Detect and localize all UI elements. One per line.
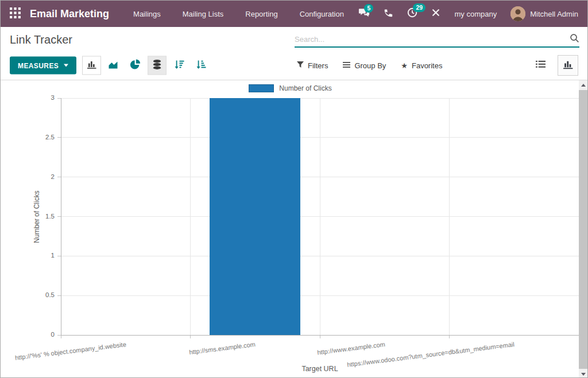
scrollbar-thumb[interactable]	[579, 90, 587, 369]
scroll-down-arrow[interactable]	[579, 369, 587, 378]
sort-amount-asc-icon	[196, 60, 206, 71]
measures-button[interactable]: MEASURES	[10, 57, 76, 75]
filters-menu[interactable]: Filters	[297, 61, 328, 70]
graph-toolbar: MEASURES	[10, 56, 210, 75]
company-switcher[interactable]: my company	[454, 10, 497, 18]
search-icon[interactable]	[570, 33, 579, 45]
bar-chart-icon	[87, 60, 97, 72]
bar[interactable]	[210, 98, 300, 335]
gridline-v	[190, 98, 191, 335]
x-axis-line	[61, 335, 579, 336]
bar-chart: Number of Clicks Number of Clicks Target…	[1, 80, 580, 378]
scroll-up-arrow[interactable]	[579, 80, 587, 89]
user-name: Mitchell Admin	[530, 10, 578, 18]
stacked-toggle-button[interactable]	[148, 56, 167, 75]
apps-grid-icon	[10, 7, 21, 21]
y-tick-label: 2	[1, 173, 55, 180]
group-by-menu[interactable]: Group By	[343, 61, 386, 70]
area-chart-icon	[108, 60, 119, 71]
sort-descending-button[interactable]	[169, 56, 188, 75]
search-filter-menus: Filters Group By ★ Favorites	[297, 61, 442, 70]
y-axis-line	[61, 98, 61, 335]
x-axis-title: Target URL	[301, 365, 338, 373]
control-panel: Link Tracker MEASURES	[1, 27, 587, 80]
search-box	[295, 32, 579, 48]
y-tick-label: 0.5	[1, 291, 55, 298]
triple-bars-icon	[343, 61, 350, 70]
sort-ascending-button[interactable]	[191, 56, 210, 75]
sort-amount-desc-icon	[174, 60, 184, 71]
y-tick-label: 2.5	[1, 134, 55, 141]
messages-button[interactable]: 5	[358, 8, 370, 20]
y-tick-label: 0	[1, 331, 55, 338]
phone-button[interactable]	[384, 8, 393, 20]
app-title[interactable]: Email Marketing	[30, 8, 109, 20]
legend-swatch	[249, 84, 274, 92]
star-icon: ★	[401, 62, 408, 69]
line-chart-type-button[interactable]	[104, 56, 123, 75]
pie-chart-icon	[130, 59, 141, 72]
activities-button[interactable]: 29	[407, 7, 417, 20]
avatar	[510, 6, 525, 21]
vertical-scrollbar[interactable]	[579, 80, 587, 378]
navbar: Email Marketing Mailings Mailing Lists R…	[1, 1, 587, 27]
database-icon	[152, 59, 162, 72]
messages-badge: 5	[364, 4, 373, 13]
graph-view-icon	[563, 59, 574, 72]
gridline-v	[320, 98, 320, 335]
funnel-icon	[297, 61, 304, 70]
crossed-tools-icon	[431, 8, 440, 20]
group-by-label: Group By	[354, 61, 386, 70]
y-tick-label: 1.5	[1, 213, 55, 220]
odoo-window: Email Marketing Mailings Mailing Lists R…	[0, 0, 588, 378]
user-menu[interactable]: Mitchell Admin	[510, 6, 578, 21]
x-tick-label: http://www.example.com	[316, 341, 385, 356]
tools-button[interactable]	[431, 8, 440, 20]
chart-legend[interactable]: Number of Clicks	[1, 84, 580, 92]
apps-menu-button[interactable]	[10, 7, 21, 21]
graph-view-button[interactable]	[558, 55, 578, 76]
navbar-systray: 5 29	[358, 6, 578, 21]
bar-chart-type-button[interactable]	[82, 56, 101, 75]
list-view-button[interactable]	[530, 55, 551, 76]
list-icon	[536, 60, 546, 71]
phone-icon	[384, 8, 393, 20]
x-tick-label: http://'%s' % object.company_id.website	[14, 341, 126, 361]
y-tick-label: 3	[1, 94, 55, 101]
legend-label: Number of Clicks	[279, 84, 331, 92]
filters-label: Filters	[308, 61, 328, 70]
menu-configuration[interactable]: Configuration	[300, 10, 344, 18]
y-tick-label: 1	[1, 252, 55, 259]
menu-reporting[interactable]: Reporting	[245, 10, 277, 18]
x-tick-label: http://sms.example.com	[189, 341, 256, 356]
page-title: Link Tracker	[10, 33, 72, 46]
search-input[interactable]	[295, 35, 570, 44]
pie-chart-type-button[interactable]	[126, 56, 145, 75]
chevron-down-icon	[64, 64, 68, 67]
view-switcher	[530, 55, 578, 76]
control-panel-buttons: MEASURES	[1, 51, 587, 80]
gridline-v	[449, 98, 450, 335]
menu-mailing-lists[interactable]: Mailing Lists	[183, 10, 224, 18]
favorites-menu[interactable]: ★ Favorites	[401, 61, 442, 70]
favorites-label: Favorites	[412, 61, 442, 70]
menu-mailings[interactable]: Mailings	[133, 10, 161, 18]
measures-label: MEASURES	[18, 61, 59, 69]
activities-badge: 29	[413, 3, 425, 12]
main-menu: Mailings Mailing Lists Reporting Configu…	[133, 10, 344, 18]
